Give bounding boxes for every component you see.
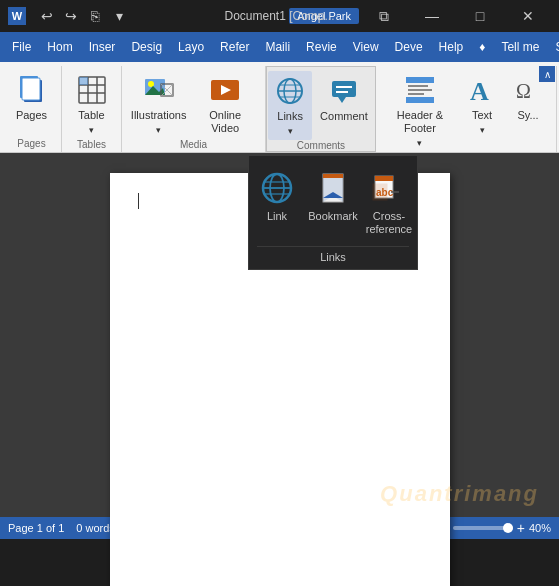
tables-group-label: Tables: [77, 139, 106, 153]
link-label: Link: [267, 210, 287, 223]
svg-rect-27: [406, 97, 434, 103]
menu-home[interactable]: Hom: [39, 36, 80, 58]
links-dropdown-icon: ▾: [288, 126, 293, 136]
text-dropdown-icon: ▾: [480, 125, 485, 135]
link-icon: [259, 170, 295, 206]
menu-help[interactable]: Help: [431, 36, 472, 58]
ribbon-group-media: Illustrations ▾ Online Video Media: [122, 66, 266, 152]
online-video-label: Online Video: [197, 109, 253, 135]
menu-tell-me[interactable]: Tell me: [493, 36, 547, 58]
svg-rect-28: [408, 85, 428, 87]
dropdown-item-bookmark[interactable]: Bookmark: [309, 166, 357, 240]
svg-rect-29: [408, 89, 432, 91]
menu-share[interactable]: Sha: [547, 36, 559, 58]
symbols-label: Sy...: [517, 109, 538, 122]
table-dropdown-icon: ▾: [89, 125, 94, 135]
zoom-thumb: [503, 523, 513, 533]
title-bar-left: W ↩ ↪ ⎘ ▾: [8, 5, 130, 27]
media-group-label: Media: [180, 139, 207, 153]
svg-rect-22: [332, 81, 356, 97]
svg-rect-40: [323, 174, 343, 178]
header-footer-icon: [404, 74, 436, 106]
ribbon-content: Pages Pages Table ▾ Tables: [0, 62, 559, 152]
header-footer-button[interactable]: Header & Footer ▾: [382, 70, 458, 152]
ribbon-pages-items: Pages: [10, 66, 54, 138]
text-button[interactable]: A Text ▾: [460, 70, 504, 139]
crossref-icon: abc: [371, 170, 407, 206]
pages-icon: [16, 74, 48, 106]
table-icon: [76, 74, 108, 106]
menu-review[interactable]: Revie: [298, 36, 345, 58]
menu-mailings[interactable]: Maili: [257, 36, 298, 58]
menu-layout[interactable]: Layo: [170, 36, 212, 58]
dropdown-items: Link Bookmark abc Cross-reference: [257, 166, 409, 240]
crossref-label: Cross-reference: [366, 210, 412, 236]
dropdown-item-crossref[interactable]: abc Cross-reference: [365, 166, 413, 240]
menu-bar: File Hom Inser Desig Layo Refer Maili Re…: [0, 32, 559, 62]
text-cursor: [138, 193, 139, 209]
illustrations-label: Illustrations: [131, 109, 187, 122]
svg-marker-23: [338, 97, 346, 103]
illustrations-icon: [143, 74, 175, 106]
restore-button[interactable]: ⧉: [361, 0, 407, 32]
online-video-icon: [209, 74, 241, 106]
illustrations-dropdown-icon: ▾: [156, 125, 161, 135]
ribbon-links-items: Links ▾ Comment: [268, 67, 374, 140]
dropdown-item-link[interactable]: Link: [253, 166, 301, 240]
close-button[interactable]: ✕: [505, 0, 551, 32]
page-number: Page 1 of 1: [8, 522, 64, 534]
zoom-level: 40%: [529, 522, 551, 534]
redo-button[interactable]: ↪: [60, 5, 82, 27]
ribbon-group-tables: Table ▾ Tables: [62, 66, 122, 152]
ribbon-group-header: Header & Footer ▾ A Text ▾ Ω Sy...: [376, 66, 557, 152]
links-dropdown-popup: Link Bookmark abc Cross-reference Links: [248, 155, 418, 270]
pages-group-label: Pages: [17, 138, 45, 152]
menu-insert[interactable]: Inser: [81, 36, 124, 58]
ribbon-collapse-button[interactable]: ∧: [539, 66, 555, 82]
minimize-button[interactable]: —: [409, 0, 455, 32]
menu-developer[interactable]: Deve: [387, 36, 431, 58]
comment-icon: [328, 75, 360, 107]
dropdown-button[interactable]: ▾: [108, 5, 130, 27]
pages-button[interactable]: Pages: [10, 70, 54, 126]
bookmark-icon: [315, 170, 351, 206]
svg-point-10: [148, 81, 154, 87]
ribbon-header-items: Header & Footer ▾ A Text ▾ Ω Sy...: [382, 66, 550, 152]
text-icon: A: [466, 74, 498, 106]
svg-text:Ω: Ω: [516, 80, 531, 102]
text-label: Text: [472, 109, 492, 122]
links-button[interactable]: Links ▾: [268, 71, 312, 140]
svg-rect-26: [406, 77, 434, 83]
table-button[interactable]: Table ▾: [70, 70, 114, 139]
menu-design[interactable]: Desig: [123, 36, 170, 58]
menu-file[interactable]: File: [4, 36, 39, 58]
svg-text:A: A: [470, 77, 489, 106]
comment-button[interactable]: Comment: [314, 71, 374, 127]
comment-label: Comment: [320, 110, 368, 123]
dropdown-section-label: Links: [257, 246, 409, 263]
svg-rect-30: [408, 93, 424, 95]
document-title: Document1 [Comp...: [224, 9, 334, 23]
menu-diamond[interactable]: ♦: [471, 36, 493, 58]
zoom-plus[interactable]: +: [517, 520, 525, 536]
pages-label: Pages: [16, 109, 47, 122]
bookmark-label: Bookmark: [308, 210, 358, 223]
title-bar-controls: ↩ ↪ ⎘ ▾: [36, 5, 130, 27]
svg-rect-8: [79, 77, 88, 85]
undo-button[interactable]: ↩: [36, 5, 58, 27]
zoom-slider[interactable]: [453, 526, 513, 530]
title-bar: W ↩ ↪ ⎘ ▾ Document1 [Comp... Angel Park …: [0, 0, 559, 32]
links-label: Links: [277, 110, 303, 123]
maximize-button[interactable]: □: [457, 0, 503, 32]
copy-button[interactable]: ⎘: [84, 5, 106, 27]
illustrations-button[interactable]: Illustrations ▾: [128, 70, 189, 139]
menu-references[interactable]: Refer: [212, 36, 257, 58]
header-footer-label: Header & Footer: [388, 109, 452, 135]
online-video-button[interactable]: Online Video: [191, 70, 259, 139]
svg-rect-43: [375, 176, 393, 181]
ribbon: Pages Pages Table ▾ Tables: [0, 62, 559, 153]
ribbon-group-links: Links ▾ Comment Comments: [266, 66, 376, 152]
menu-view[interactable]: View: [345, 36, 387, 58]
ribbon-tables-items: Table ▾: [70, 66, 114, 139]
ribbon-media-items: Illustrations ▾ Online Video: [128, 66, 259, 139]
